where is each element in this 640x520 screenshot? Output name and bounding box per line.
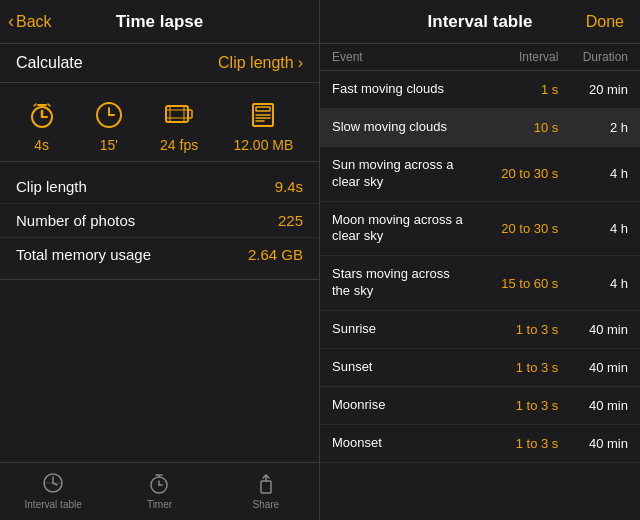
event-column-header: Event xyxy=(332,50,471,64)
timer-icon xyxy=(26,99,58,131)
back-label: Back xyxy=(16,13,52,31)
fps-icon xyxy=(163,99,195,131)
cell-duration: 4 h xyxy=(558,221,628,236)
cell-interval: 20 to 30 s xyxy=(471,166,558,181)
clock-icon xyxy=(93,99,125,131)
cell-event: Fast moving clouds xyxy=(332,81,471,98)
table-header: Event Interval Duration xyxy=(320,44,640,71)
clock-label: 15' xyxy=(100,137,118,153)
cell-event: Moonrise xyxy=(332,397,471,414)
right-header: Interval table Done xyxy=(320,0,640,44)
fps-label: 24 fps xyxy=(160,137,198,153)
clip-length-stat-value: 9.4s xyxy=(275,178,303,195)
interval-table: Fast moving clouds1 s20 minSlow moving c… xyxy=(320,71,640,520)
table-row[interactable]: Moonset1 to 3 s40 min xyxy=(320,425,640,463)
num-photos-stat-label: Number of photos xyxy=(16,212,135,229)
timer-tab-label: Timer xyxy=(147,499,172,510)
stats-section: Clip length 9.4s Number of photos 225 To… xyxy=(0,162,319,280)
table-row[interactable]: Fast moving clouds1 s20 min xyxy=(320,71,640,109)
share-tab[interactable]: Share xyxy=(213,471,319,510)
left-header: ‹ Back Time lapse xyxy=(0,0,319,44)
table-row[interactable]: Sun moving across a clear sky20 to 30 s4… xyxy=(320,147,640,202)
svg-rect-11 xyxy=(188,110,192,118)
left-panel: ‹ Back Time lapse Calculate Clip length … xyxy=(0,0,320,520)
interval-column-header: Interval xyxy=(471,50,558,64)
right-panel: Interval table Done Event Interval Durat… xyxy=(320,0,640,520)
memory-item[interactable]: 12.00 MB xyxy=(233,99,293,153)
cell-duration: 40 min xyxy=(558,322,628,337)
done-button[interactable]: Done xyxy=(586,13,624,30)
memory-usage-stat-label: Total memory usage xyxy=(16,246,151,263)
timer-tab[interactable]: Timer xyxy=(106,471,212,510)
cell-interval: 1 s xyxy=(471,82,558,97)
table-row[interactable]: Sunset1 to 3 s40 min xyxy=(320,349,640,387)
fps-item[interactable]: 24 fps xyxy=(160,99,198,153)
memory-usage-stat: Total memory usage 2.64 GB xyxy=(0,237,319,271)
cell-event: Stars moving across the sky xyxy=(332,266,471,300)
duration-column-header: Duration xyxy=(558,50,628,64)
cell-interval: 1 to 3 s xyxy=(471,398,558,413)
cell-event: Sun moving across a clear sky xyxy=(332,157,471,191)
svg-rect-17 xyxy=(256,107,270,111)
share-tab-label: Share xyxy=(252,499,279,510)
svg-line-6 xyxy=(48,104,50,106)
cell-event: Moonset xyxy=(332,435,471,452)
back-chevron-icon: ‹ xyxy=(8,11,14,32)
svg-rect-10 xyxy=(166,106,188,122)
cell-duration: 4 h xyxy=(558,276,628,291)
table-row[interactable]: Stars moving across the sky15 to 60 s4 h xyxy=(320,256,640,311)
calculate-row[interactable]: Calculate Clip length › xyxy=(0,44,319,83)
table-row[interactable]: Slow moving clouds10 s2 h xyxy=(320,109,640,147)
left-title: Time lapse xyxy=(116,12,204,32)
cell-duration: 40 min xyxy=(558,398,628,413)
clip-length-selector[interactable]: Clip length › xyxy=(218,54,303,72)
right-title: Interval table xyxy=(390,12,570,32)
bottom-tabs: Interval table Timer Share xyxy=(0,462,319,520)
icons-row: 4s 15' 24 fps xyxy=(0,83,319,162)
interval-table-tab[interactable]: Interval table xyxy=(0,471,106,510)
table-row[interactable]: Sunrise1 to 3 s40 min xyxy=(320,311,640,349)
cell-duration: 2 h xyxy=(558,120,628,135)
cell-duration: 4 h xyxy=(558,166,628,181)
num-photos-stat-value: 225 xyxy=(278,212,303,229)
timer-label: 4s xyxy=(34,137,49,153)
interval-table-icon xyxy=(41,471,65,495)
clip-length-stat-label: Clip length xyxy=(16,178,87,195)
cell-event: Slow moving clouds xyxy=(332,119,471,136)
back-button[interactable]: ‹ Back xyxy=(8,11,52,32)
cell-event: Moon moving across a clear sky xyxy=(332,212,471,246)
cell-event: Sunset xyxy=(332,359,471,376)
table-row[interactable]: Moon moving across a clear sky20 to 30 s… xyxy=(320,202,640,257)
chevron-right-icon: › xyxy=(298,54,303,72)
timer-item[interactable]: 4s xyxy=(26,99,58,153)
clock-item[interactable]: 15' xyxy=(93,99,125,153)
cell-interval: 1 to 3 s xyxy=(471,436,558,451)
cell-interval: 15 to 60 s xyxy=(471,276,558,291)
cell-duration: 20 min xyxy=(558,82,628,97)
cell-duration: 40 min xyxy=(558,436,628,451)
share-icon xyxy=(254,471,278,495)
clip-length-stat: Clip length 9.4s xyxy=(0,170,319,203)
memory-label: 12.00 MB xyxy=(233,137,293,153)
cell-interval: 10 s xyxy=(471,120,558,135)
svg-rect-30 xyxy=(261,481,271,493)
clip-length-label: Clip length xyxy=(218,54,294,72)
interval-table-tab-label: Interval table xyxy=(25,499,82,510)
calculate-label: Calculate xyxy=(16,54,83,72)
svg-line-5 xyxy=(34,104,36,106)
cell-interval: 1 to 3 s xyxy=(471,322,558,337)
cell-event: Sunrise xyxy=(332,321,471,338)
timer-tab-icon xyxy=(147,471,171,495)
table-row[interactable]: Moonrise1 to 3 s40 min xyxy=(320,387,640,425)
num-photos-stat: Number of photos 225 xyxy=(0,203,319,237)
memory-usage-stat-value: 2.64 GB xyxy=(248,246,303,263)
cell-interval: 1 to 3 s xyxy=(471,360,558,375)
cell-interval: 20 to 30 s xyxy=(471,221,558,236)
cell-duration: 40 min xyxy=(558,360,628,375)
memory-icon xyxy=(247,99,279,131)
